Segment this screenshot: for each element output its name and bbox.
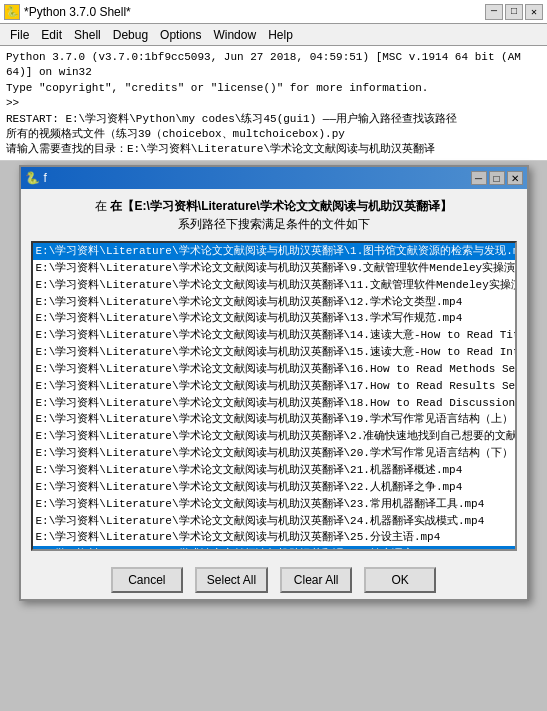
- list-item[interactable]: E:\学习资料\Literature\学术论文文献阅读与机助汉英翻译\17.Ho…: [33, 378, 515, 395]
- dialog-title-controls: ─ □ ✕: [471, 171, 523, 185]
- dialog-title-bar: 🐍 f ─ □ ✕: [21, 167, 527, 189]
- shell-line-3: Type "copyright", "credits" or "license(…: [6, 81, 541, 96]
- list-item[interactable]: E:\学习资料\Literature\学术论文文献阅读与机助汉英翻译\19.学术…: [33, 411, 515, 428]
- dialog-header: 在 在【E:\学习资料\Literature\学术论文文献阅读与机助汉英翻译】 …: [31, 197, 517, 233]
- shell-line-4: >>: [6, 96, 541, 111]
- dialog-subheader: 系列路径下搜索满足条件的文件如下: [31, 215, 517, 233]
- dialog-path: 在【E:\学习资料\Literature\学术论文文献阅读与机助汉英翻译】: [110, 199, 451, 213]
- shell-line-7: 请输入需要查找的目录：E:\学习资料\Literature\学术论文文献阅读与机…: [6, 142, 541, 157]
- list-item[interactable]: E:\学习资料\Literature\学术论文文献阅读与机助汉英翻译\25.分设…: [33, 529, 515, 546]
- list-item[interactable]: E:\学习资料\Literature\学术论文文献阅读与机助汉英翻译\11.文献…: [33, 277, 515, 294]
- shell-line-2: 64)] on win32: [6, 65, 541, 80]
- dialog-maximize-button[interactable]: □: [489, 171, 505, 185]
- list-item[interactable]: E:\学习资料\Literature\学术论文文献阅读与机助汉英翻译\13.学术…: [33, 310, 515, 327]
- list-item[interactable]: E:\学习资料\Literature\学术论文文献阅读与机助汉英翻译\24.机器…: [33, 513, 515, 530]
- menu-edit[interactable]: Edit: [35, 26, 68, 44]
- shell-output: Python 3.7.0 (v3.7.0:1bf9cc5093, Jun 27 …: [0, 46, 547, 161]
- maximize-button[interactable]: □: [505, 4, 523, 20]
- dialog-title-icon: 🐍: [25, 171, 40, 185]
- list-item[interactable]: E:\学习资料\Literature\学术论文文献阅读与机助汉英翻译\2.准确快…: [33, 428, 515, 445]
- close-button[interactable]: ✕: [525, 4, 543, 20]
- title-bar-controls: ─ □ ✕: [485, 4, 543, 20]
- list-item[interactable]: E:\学习资料\Literature\学术论文文献阅读与机助汉英翻译\9.文献管…: [33, 260, 515, 277]
- list-item[interactable]: E:\学习资料\Literature\学术论文文献阅读与机助汉英翻译\12.学术…: [33, 294, 515, 311]
- cancel-button[interactable]: Cancel: [111, 567, 183, 593]
- dialog-buttons: Cancel Select All Clear All OK: [21, 559, 527, 599]
- app-icon: 🐍: [4, 4, 20, 20]
- menu-debug[interactable]: Debug: [107, 26, 154, 44]
- list-item[interactable]: E:\学习资料\Literature\学术论文文献阅读与机助汉英翻译\15.速读…: [33, 344, 515, 361]
- list-item[interactable]: E:\学习资料\Literature\学术论文文献阅读与机助汉英翻译\1.图书馆…: [33, 243, 515, 260]
- menu-help[interactable]: Help: [262, 26, 299, 44]
- list-item[interactable]: E:\学习资料\Literature\学术论文文献阅读与机助汉英翻译\20.学术…: [33, 445, 515, 462]
- list-item[interactable]: E:\学习资料\Literature\学术论文文献阅读与机助汉英翻译\22.人机…: [33, 479, 515, 496]
- menu-file[interactable]: File: [4, 26, 35, 44]
- list-item[interactable]: E:\学习资料\Literature\学术论文文献阅读与机助汉英翻译\16.Ho…: [33, 361, 515, 378]
- menu-shell[interactable]: Shell: [68, 26, 107, 44]
- window-title: *Python 3.7.0 Shell*: [24, 5, 131, 19]
- menu-options[interactable]: Options: [154, 26, 207, 44]
- shell-line-6: 所有的视频格式文件（练习39（choicebox、multchoicebox).…: [6, 127, 541, 142]
- list-item[interactable]: E:\学习资料\Literature\学术论文文献阅读与机助汉英翻译\18.Ho…: [33, 395, 515, 412]
- list-item[interactable]: E:\学习资料\Literature\学术论文文献阅读与机助汉英翻译\21.机器…: [33, 462, 515, 479]
- clear-all-button[interactable]: Clear All: [280, 567, 352, 593]
- select-all-button[interactable]: Select All: [195, 567, 268, 593]
- list-item[interactable]: E:\学习资料\Literature\学术论文文献阅读与机助汉英翻译\26.转变…: [33, 546, 515, 551]
- file-listbox[interactable]: E:\学习资料\Literature\学术论文文献阅读与机助汉英翻译\1.图书馆…: [31, 241, 517, 551]
- dialog-title-text: f: [44, 171, 47, 185]
- menu-bar: File Edit Shell Debug Options Window Hel…: [0, 24, 547, 46]
- dialog-body: 在 在【E:\学习资料\Literature\学术论文文献阅读与机助汉英翻译】 …: [21, 189, 527, 559]
- shell-line-5: RESTART: E:\学习资料\Python\my codes\练习45(gu…: [6, 112, 541, 127]
- minimize-button[interactable]: ─: [485, 4, 503, 20]
- dialog-window: 🐍 f ─ □ ✕ 在 在【E:\学习资料\Literature\学术论文文献阅…: [19, 165, 529, 601]
- list-item[interactable]: E:\学习资料\Literature\学术论文文献阅读与机助汉英翻译\23.常用…: [33, 496, 515, 513]
- shell-line-1: Python 3.7.0 (v3.7.0:1bf9cc5093, Jun 27 …: [6, 50, 541, 65]
- menu-window[interactable]: Window: [207, 26, 262, 44]
- dialog-close-button[interactable]: ✕: [507, 171, 523, 185]
- list-item[interactable]: E:\学习资料\Literature\学术论文文献阅读与机助汉英翻译\14.速读…: [33, 327, 515, 344]
- title-bar: 🐍 *Python 3.7.0 Shell* ─ □ ✕: [0, 0, 547, 24]
- ok-button[interactable]: OK: [364, 567, 436, 593]
- dialog-minimize-button[interactable]: ─: [471, 171, 487, 185]
